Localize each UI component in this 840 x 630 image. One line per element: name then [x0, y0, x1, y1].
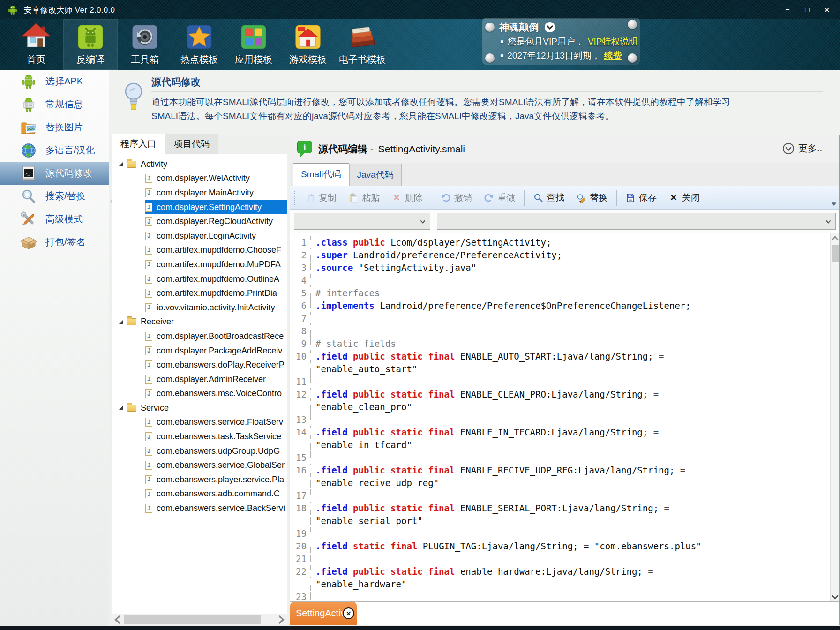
- close-button[interactable]: ✕: [819, 4, 835, 16]
- scrollbar-thumb[interactable]: [124, 615, 261, 624]
- tab-close-button[interactable]: ✕: [343, 608, 354, 619]
- maximize-button[interactable]: □: [799, 4, 815, 16]
- expand-triangle-icon[interactable]: [119, 320, 123, 324]
- sidebar-item-replace-images[interactable]: 替换图片: [0, 116, 109, 139]
- sidebar-item-general-info[interactable]: 常规信息: [0, 93, 109, 116]
- line-number: [290, 401, 311, 413]
- nav-item-hot-templates[interactable]: 热点模板: [172, 19, 226, 70]
- replace-icon: [577, 193, 586, 202]
- tree-item[interactable]: Jcom.dsplayer.LoginActivity: [112, 229, 287, 243]
- tree-item[interactable]: Jcom.ebanswers.msc.VoiceContro: [112, 387, 287, 401]
- scroll-up-arrow-icon[interactable]: [831, 233, 839, 243]
- code-area[interactable]: 1.class public Lcom/dsplayer/SettingActi…: [290, 233, 839, 601]
- tree-tab-1[interactable]: 项目代码: [165, 134, 218, 154]
- vertical-scrollbar[interactable]: [830, 233, 839, 601]
- androidinfo-icon: [20, 96, 37, 113]
- code-line: 12.field public static final ENABLE_CLEA…: [290, 388, 839, 401]
- expand-triangle-icon[interactable]: [119, 162, 123, 166]
- sidebar-item-package-sign[interactable]: 打包/签名: [0, 231, 109, 254]
- save-button[interactable]: 保存: [620, 186, 663, 209]
- tree-item[interactable]: Jcom.ebanswers.player.service.Pla: [112, 472, 287, 487]
- scrollbar-thumb[interactable]: [832, 245, 839, 262]
- tree-item[interactable]: Jcom.dsplayer.RegCloudActivity: [112, 214, 287, 229]
- editor-tab-1[interactable]: Java代码: [349, 164, 402, 186]
- more-button[interactable]: 更多..: [782, 142, 822, 155]
- tree-item[interactable]: Jcom.ebanswers.service.GlobalSer: [112, 458, 287, 472]
- renew-link[interactable]: 续费: [604, 50, 622, 62]
- tree-item[interactable]: Jcom.dsplayer.AdminReceiver: [112, 372, 287, 387]
- sidebar-item-search-replace[interactable]: 搜索/替换: [0, 185, 109, 208]
- tree-item[interactable]: Jcom.dsplayer.SettingActivity: [112, 200, 287, 215]
- tree-tab-0[interactable]: 程序入口: [112, 134, 165, 154]
- tree-item[interactable]: Jcom.ebanswers.doPlay.ReceiverP: [112, 358, 287, 372]
- tree-item[interactable]: Jcom.ebanswers.udpGroup.UdpG: [112, 444, 287, 458]
- nav-item-toolbox[interactable]: 工具箱: [118, 19, 172, 70]
- toolbar-button-label: 复制: [319, 192, 337, 204]
- nav-item-app-templates[interactable]: 应用模板: [226, 19, 281, 70]
- tree-item[interactable]: Jcom.dsplayer.PackageAddReceiv: [112, 344, 287, 358]
- redo-button[interactable]: 重做: [478, 186, 521, 209]
- line-number: [290, 515, 311, 527]
- expand-triangle-icon[interactable]: [119, 405, 123, 410]
- chevron-down-icon[interactable]: [544, 22, 555, 33]
- tree-view: ActivityJcom.dsplayer.WelActivityJcom.ds…: [112, 154, 287, 625]
- sidebar-item-label: 高级模式: [45, 213, 83, 225]
- line-number: 8: [290, 325, 311, 338]
- vip-username: 神魂颠倒: [499, 21, 539, 34]
- class-dropdown[interactable]: [294, 213, 430, 230]
- toolbar-button-label: 保存: [639, 192, 657, 204]
- tree-item-label: com.dsplayer.SettingActivity: [156, 202, 263, 213]
- editor-tab-0[interactable]: Smali代码: [293, 163, 349, 186]
- tree-item[interactable]: Jcom.artifex.mupdfdemo.OutlineA: [112, 272, 287, 286]
- nav-item-ebook-templates[interactable]: 电子书模板: [335, 19, 390, 70]
- sidebar-item-select-apk[interactable]: 选择APK: [0, 70, 109, 93]
- open-file-tab[interactable]: SettingActivit ✕: [290, 602, 357, 625]
- code-line: "enable_hardware": [290, 578, 839, 591]
- tree-item[interactable]: Jcom.dsplayer.MainActivity: [112, 186, 287, 200]
- scroll-left-arrow-icon[interactable]: [112, 614, 123, 625]
- code-line: "enable_auto_start": [290, 363, 839, 375]
- member-dropdown[interactable]: [437, 213, 836, 230]
- tree-item[interactable]: Jcom.artifex.mupdfdemo.MuPDFA: [112, 257, 287, 272]
- delete-button[interactable]: ✕删除: [386, 186, 429, 209]
- paste-button[interactable]: 粘贴: [343, 186, 386, 209]
- nav-item-decompile[interactable]: 反编译: [63, 19, 118, 70]
- line-number: 13: [290, 413, 311, 426]
- bulb-icon: [120, 80, 147, 114]
- replace-button[interactable]: 替换: [570, 186, 614, 209]
- hot-icon: [185, 22, 214, 51]
- tree-folder[interactable]: Activity: [112, 157, 287, 172]
- nav-item-home[interactable]: 首页: [9, 19, 63, 70]
- vip-privileges-link[interactable]: VIP特权说明: [588, 36, 638, 48]
- tree-item[interactable]: Jcom.dsplayer.BootBroadcastRece: [112, 329, 287, 344]
- tree-item[interactable]: Jio.vov.vitamio.activity.InitActivity: [112, 300, 287, 315]
- find-button[interactable]: 查找: [527, 186, 570, 209]
- nav-item-game-templates[interactable]: 游戏模板: [281, 19, 335, 70]
- undo-button[interactable]: 撤销: [435, 186, 478, 209]
- toolbar-overflow-icon[interactable]: [831, 201, 837, 207]
- tree-item[interactable]: Jcom.artifex.mupdfdemo.PrintDia: [112, 286, 287, 300]
- java-file-icon: J: [145, 461, 152, 470]
- tree-item[interactable]: Jcom.ebanswers.adb.command.C: [112, 487, 287, 502]
- scroll-right-arrow-icon[interactable]: [276, 614, 287, 625]
- tree-folder[interactable]: Receiver: [112, 315, 287, 330]
- tree-folder[interactable]: Service: [112, 401, 287, 415]
- tree-item[interactable]: Jcom.artifex.mupdfdemo.ChooseF: [112, 243, 287, 258]
- code-line: 20.field static final PLUGIN_TAG:Ljava/l…: [290, 540, 839, 553]
- scroll-down-arrow-icon[interactable]: [831, 592, 839, 601]
- horizontal-scrollbar[interactable]: [112, 614, 287, 625]
- code-line: 9# static fields: [290, 338, 839, 350]
- sidebar-item-source-code[interactable]: >_源代码修改: [0, 162, 109, 185]
- tree-item[interactable]: Jcom.ebanswers.task.TaskService: [112, 429, 287, 444]
- closex-button[interactable]: ✕关闭: [663, 186, 706, 209]
- sidebar-item-languages[interactable]: 多语言/汉化: [0, 139, 109, 162]
- redo-icon: [484, 193, 494, 202]
- sidebar-item-advanced-mode[interactable]: 高级模式: [0, 208, 109, 231]
- tree-item[interactable]: Jcom.ebanswers.service.FloatServ: [112, 415, 287, 430]
- minimize-button[interactable]: −: [780, 4, 795, 16]
- tree-item[interactable]: Jcom.dsplayer.WelActivity: [112, 172, 287, 186]
- code-line: 3.source "SettingActivity.java": [290, 262, 839, 274]
- tree-item[interactable]: Jcom.ebanswers.service.BackServi: [112, 501, 287, 516]
- copy-button[interactable]: 复制: [300, 186, 343, 209]
- pin-icon: [485, 22, 495, 32]
